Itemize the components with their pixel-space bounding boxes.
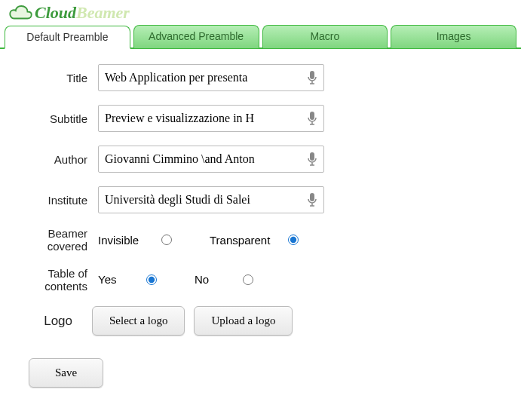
tab-images[interactable]: Images [391,25,516,48]
label-beamer-covered: Beamer covered [23,227,98,253]
label-subtitle: Subtitle [23,112,98,125]
radio-invisible[interactable] [161,235,172,245]
label-transparent: Transparent [210,234,270,247]
svg-rect-0 [310,71,314,79]
select-logo-button[interactable]: Select a logo [92,306,185,336]
input-title[interactable] [98,64,324,91]
label-toc-no: No [195,273,225,286]
label-toc-yes: Yes [98,273,128,286]
tab-advanced-preamble[interactable]: Advanced Preamble [133,25,259,48]
input-institute[interactable] [98,186,324,213]
label-invisible: Invisible [98,234,143,247]
label-institute: Institute [23,194,98,207]
save-button[interactable]: Save [29,358,103,388]
logo-text-beamer: Beamer [76,3,130,23]
label-title: Title [23,72,98,84]
input-subtitle[interactable] [98,105,324,132]
label-author: Author [23,153,98,166]
upload-logo-button[interactable]: Upload a logo [194,306,293,336]
radio-toc-yes[interactable] [146,274,157,285]
label-logo: Logo [23,314,83,329]
radio-transparent[interactable] [288,235,299,245]
tab-macro[interactable]: Macro [262,25,388,48]
mic-icon[interactable] [306,111,318,126]
radio-toc-no[interactable] [243,274,253,285]
mic-icon[interactable] [306,70,318,85]
mic-icon[interactable] [306,192,318,207]
input-author[interactable] [98,146,324,173]
mic-icon[interactable] [306,152,318,167]
label-toc: Table of contents [23,267,98,293]
svg-rect-1 [310,112,314,120]
form-area: Title Subtitle Author Institute Beamer c… [0,49,521,404]
cloud-icon [6,4,33,22]
logo-text-cloud: Cloud [35,3,76,23]
tab-default-preamble[interactable]: Default Preamble [5,26,130,49]
svg-rect-2 [310,152,314,161]
tab-bar: Default Preamble Advanced Preamble Macro… [0,24,521,49]
svg-rect-3 [310,193,314,201]
app-logo-bar: Cloud Beamer [0,0,521,24]
